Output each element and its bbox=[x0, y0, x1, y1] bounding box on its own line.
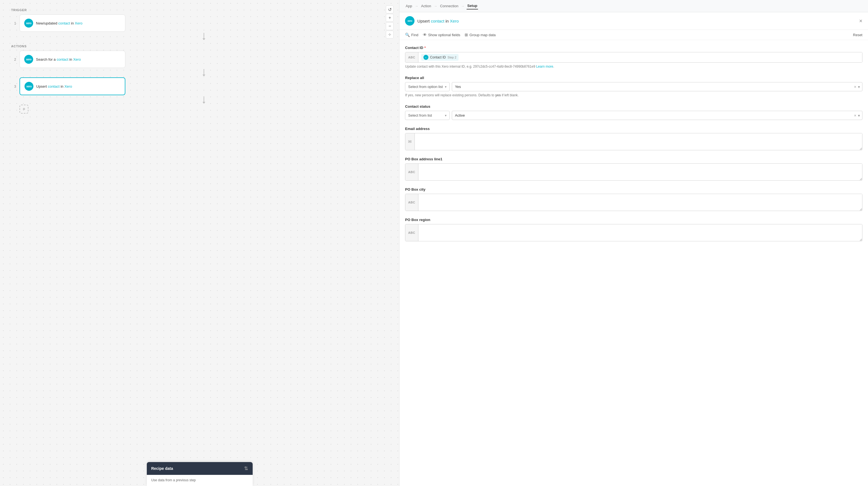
nav-arrow-2: → bbox=[434, 4, 437, 8]
po-box-city-label: PO Box city bbox=[405, 187, 862, 192]
zoom-fit-button[interactable]: ⊹ bbox=[386, 31, 394, 38]
top-nav: App → Action → Connection → Setup bbox=[399, 0, 868, 12]
trigger-card[interactable]: xero New/updated contact in Xero bbox=[20, 14, 125, 32]
zoom-controls: ↺ + − ⊹ bbox=[386, 6, 394, 38]
recipe-header: Recipe data ⇅ bbox=[147, 462, 253, 475]
form-title-row: xero Upsert contact in Xero bbox=[405, 16, 459, 26]
reset-button[interactable]: Reset bbox=[853, 33, 862, 37]
form-body: Contact ID * ABC x Contact ID Step 2 Upd… bbox=[399, 40, 868, 486]
po-box-city-prefix: ABC bbox=[405, 194, 418, 211]
close-button[interactable]: × bbox=[859, 18, 862, 24]
contact-id-field-group: Contact ID * ABC x Contact ID Step 2 Upd… bbox=[405, 46, 862, 69]
show-optional-fields-button[interactable]: 👁 Show optional fields bbox=[423, 33, 461, 37]
step-2-card[interactable]: xero Search for a contact in Xero bbox=[20, 51, 125, 68]
add-step-button[interactable]: + bbox=[20, 105, 28, 114]
contact-status-expand-btn[interactable]: ▾ bbox=[858, 113, 860, 118]
trigger-actions-connector bbox=[20, 33, 388, 40]
form-header: xero Upsert contact in Xero × bbox=[399, 12, 868, 30]
replace-all-field-group: Replace all Select from option list ▾ Ye… bbox=[405, 76, 862, 98]
contact-id-input-row: ABC x Contact ID Step 2 bbox=[405, 52, 862, 63]
recipe-subtitle: Use data from a previous step bbox=[151, 478, 196, 482]
step-3-text: Upsert contact in Xero bbox=[36, 84, 72, 89]
zoom-refresh-button[interactable]: ↺ bbox=[386, 6, 394, 13]
po-box-line1-field-group: PO Box address line1 ABC bbox=[405, 157, 862, 181]
step3-add-connector bbox=[20, 96, 388, 103]
contact-id-token: x Contact ID Step 2 bbox=[421, 54, 459, 61]
nav-action[interactable]: Action bbox=[421, 3, 432, 9]
step-3-number: 3 bbox=[11, 84, 16, 89]
find-button[interactable]: 🔍 Find bbox=[405, 33, 418, 37]
action-row-3: 3 xero Upsert contact in Xero bbox=[11, 77, 388, 95]
recipe-title: Recipe data bbox=[151, 466, 173, 471]
contact-status-chevron: ▾ bbox=[445, 114, 446, 118]
step-3-card[interactable]: xero Upsert contact in Xero bbox=[20, 77, 125, 95]
find-icon: 🔍 bbox=[405, 33, 410, 37]
trigger-label: TRIGGER bbox=[11, 8, 388, 12]
replace-all-row: Select from option list ▾ Yes × ▾ bbox=[405, 82, 862, 91]
nav-arrow-1: → bbox=[415, 4, 418, 8]
zoom-in-button[interactable]: + bbox=[386, 14, 394, 22]
email-address-field-group: Email address ✉ bbox=[405, 127, 862, 150]
nav-app[interactable]: App bbox=[405, 3, 412, 9]
replace-all-value-actions: × ▾ bbox=[852, 85, 862, 89]
po-box-region-label: PO Box region bbox=[405, 218, 862, 222]
recipe-expand-icon[interactable]: ⇅ bbox=[244, 465, 248, 472]
group-map-data-button[interactable]: ⊞ Group map data bbox=[465, 33, 496, 37]
po-box-city-input-row: ABC bbox=[405, 194, 862, 211]
trigger-text: New/updated contact in Xero bbox=[36, 21, 83, 25]
replace-all-dropdown[interactable]: Select from option list ▾ bbox=[405, 82, 450, 91]
trigger-step-number: 1 bbox=[11, 21, 16, 25]
form-title: Upsert contact in Xero bbox=[417, 19, 459, 23]
contact-id-label: Contact ID * bbox=[405, 46, 862, 50]
show-optional-label: Show optional fields bbox=[428, 33, 461, 37]
form-xero-icon: xero bbox=[405, 16, 414, 26]
po-box-city-input[interactable] bbox=[418, 194, 862, 211]
contact-status-value-actions: × ▾ bbox=[852, 113, 862, 118]
email-icon-wrap: ✉ bbox=[405, 133, 415, 150]
email-input-row: ✉ bbox=[405, 133, 862, 150]
nav-arrow-3: → bbox=[461, 4, 464, 8]
token-xero-icon: x bbox=[424, 55, 428, 60]
po-box-region-field-group: PO Box region ABC bbox=[405, 218, 862, 241]
nav-setup[interactable]: Setup bbox=[467, 2, 478, 9]
nav-connection[interactable]: Connection bbox=[440, 3, 459, 9]
add-step-row: + bbox=[20, 105, 388, 114]
replace-all-expand-btn[interactable]: ▾ bbox=[858, 85, 860, 89]
trigger-row: 1 xero New/updated contact in Xero bbox=[11, 14, 388, 32]
trigger-icon: xero bbox=[24, 19, 33, 28]
po-box-region-prefix: ABC bbox=[405, 224, 418, 241]
find-label: Find bbox=[411, 33, 418, 37]
replace-all-label: Replace all bbox=[405, 76, 862, 80]
po-box-line1-input-row: ABC bbox=[405, 163, 862, 181]
replace-all-hint: If yes, new persons will replace existin… bbox=[405, 93, 862, 98]
step-2-text: Search for a contact in Xero bbox=[36, 57, 81, 62]
contact-status-value: Active × ▾ bbox=[452, 111, 862, 120]
po-box-line1-input[interactable] bbox=[418, 164, 862, 181]
po-box-region-input-row: ABC bbox=[405, 224, 862, 241]
learn-more-link[interactable]: Learn more bbox=[536, 65, 553, 68]
replace-all-chevron: ▾ bbox=[445, 85, 446, 89]
required-star: * bbox=[424, 46, 426, 50]
contact-id-hint: Update contact with this Xero internal I… bbox=[405, 64, 862, 69]
po-box-line1-label: PO Box address line1 bbox=[405, 157, 862, 161]
actions-section: ACTIONS 2 xero Search for a contact in X… bbox=[11, 44, 388, 114]
trigger-section: TRIGGER 1 xero New/updated contact in Xe… bbox=[11, 8, 388, 32]
contact-id-token-wrap[interactable]: x Contact ID Step 2 bbox=[418, 52, 862, 62]
actions-label: ACTIONS bbox=[11, 44, 388, 48]
eye-icon: 👁 bbox=[423, 33, 427, 37]
contact-status-field-group: Contact status Select from list ▾ Active… bbox=[405, 104, 862, 120]
contact-status-row: Select from list ▾ Active × ▾ bbox=[405, 111, 862, 120]
replace-all-clear-btn[interactable]: × bbox=[854, 85, 856, 89]
po-box-region-input[interactable] bbox=[418, 224, 862, 241]
contact-status-dropdown[interactable]: Select from list ▾ bbox=[405, 111, 450, 120]
zoom-out-button[interactable]: − bbox=[386, 22, 394, 30]
contact-status-clear-btn[interactable]: × bbox=[854, 113, 856, 118]
step-2-number: 2 bbox=[11, 57, 16, 62]
email-input[interactable] bbox=[415, 133, 862, 150]
replace-all-value: Yes × ▾ bbox=[452, 82, 862, 91]
po-box-line1-prefix: ABC bbox=[405, 164, 418, 181]
left-panel: ↺ + − ⊹ TRIGGER 1 xero New/updated conta… bbox=[0, 0, 399, 486]
recipe-data-panel: Recipe data ⇅ Use data from a previous s… bbox=[147, 462, 253, 486]
po-box-city-field-group: PO Box city ABC bbox=[405, 187, 862, 211]
form-toolbar: 🔍 Find 👁 Show optional fields ⊞ Group ma… bbox=[399, 30, 868, 40]
